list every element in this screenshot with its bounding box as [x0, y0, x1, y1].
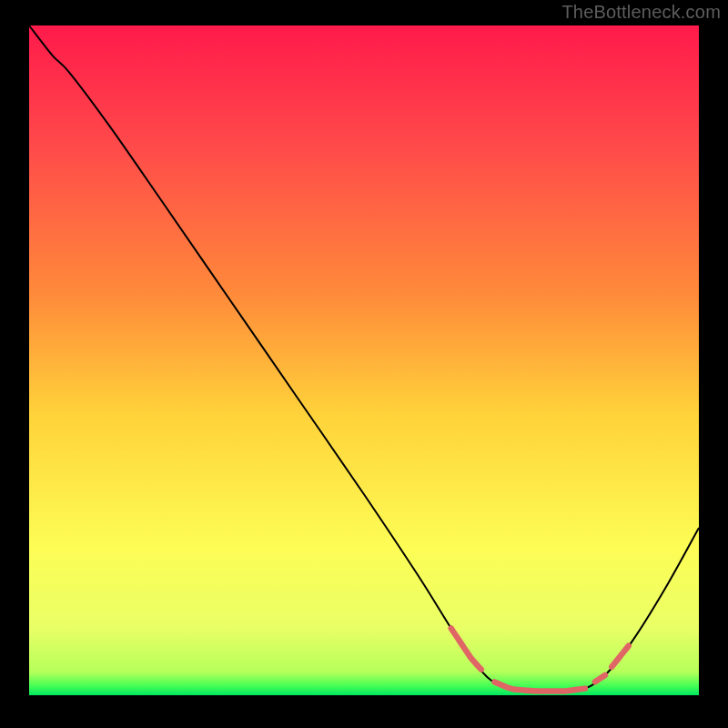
- gradient-background: [29, 25, 699, 695]
- chart-frame: TheBottleneck.com: [0, 0, 728, 728]
- watermark-text: TheBottleneck.com: [561, 2, 721, 23]
- bottleneck-chart: [0, 0, 728, 728]
